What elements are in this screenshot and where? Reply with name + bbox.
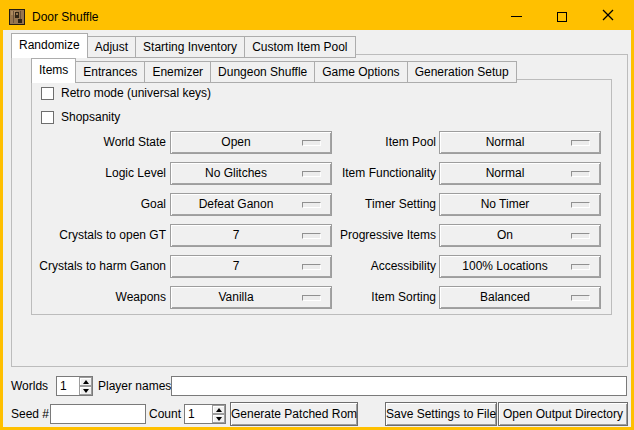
count-spin-buttons [212,405,225,423]
timer-setting-label: Timer Setting [273,197,436,211]
retro-mode-label: Retro mode (universal keys) [61,86,211,100]
retro-mode-checkbox[interactable] [41,87,54,100]
tab-generation-setup[interactable]: Generation Setup [407,61,517,83]
worlds-spinbox [56,376,93,396]
window-controls [493,3,631,30]
option-row: Logic Level No Glitches Item Functionali… [3,162,631,185]
logic-level-label: Logic Level [11,166,166,180]
dropdown-indicator-icon [571,264,590,270]
client-area: Randomize Adjust Starting Inventory Cust… [3,30,631,427]
shopsanity-row: Shopsanity [41,110,120,124]
item-functionality-dropdown[interactable]: Normal [439,162,601,185]
dropdown-indicator-icon [571,171,590,177]
option-row: World State Open Item Pool Normal [3,131,631,154]
item-sorting-value: Balanced [440,290,570,304]
item-pool-label: Item Pool [273,135,436,149]
progressive-items-dropdown[interactable]: On [439,224,601,247]
crystals-ganon-label: Crystals to harm Ganon [11,259,166,273]
accessibility-label: Accessibility [273,259,436,273]
save-settings-button[interactable]: Save Settings to File [385,402,497,426]
item-pool-value: Normal [440,135,570,149]
option-row: Crystals to harm Ganon 7 Accessibility 1… [3,255,631,278]
worlds-label: Worlds [11,379,48,393]
worlds-spin-buttons [79,377,92,395]
door-icon [9,9,25,25]
tab-items[interactable]: Items [31,58,76,83]
worlds-spin-up[interactable] [79,377,92,386]
arrow-up-icon [83,380,89,384]
world-state-label: World State [11,135,166,149]
tab-dungeon-shuffle[interactable]: Dungeon Shuffle [210,61,315,83]
dropdown-indicator-icon [571,295,590,301]
generate-patched-rom-button[interactable]: Generate Patched Rom [230,402,358,426]
goal-label: Goal [11,197,166,211]
option-row: Goal Defeat Ganon Timer Setting No Timer [3,193,631,216]
tab-randomize[interactable]: Randomize [11,33,88,58]
count-spin-up[interactable] [212,405,225,414]
item-pool-dropdown[interactable]: Normal [439,131,601,154]
player-names-input[interactable] [171,376,627,396]
timer-setting-value: No Timer [440,197,570,211]
tab-adjust[interactable]: Adjust [87,36,136,58]
tab-starting-inventory[interactable]: Starting Inventory [135,36,245,58]
dropdown-indicator-icon [571,140,590,146]
crystals-gt-label: Crystals to open GT [11,228,166,242]
worlds-input[interactable] [57,377,79,395]
weapons-label: Weapons [11,290,166,304]
shopsanity-label: Shopsanity [61,110,120,124]
inner-tab-strip: Items Entrances Enemizer Dungeon Shuffle… [31,58,516,83]
close-button[interactable] [585,3,631,30]
option-row: Weapons Vanilla Item Sorting Balanced [3,286,631,309]
seed-label: Seed # [11,407,49,421]
titlebar: Door Shuffle [3,3,631,30]
item-sorting-dropdown[interactable]: Balanced [439,286,601,309]
count-spinbox [184,404,226,424]
window-title: Door Shuffle [32,10,99,24]
tab-custom-item-pool[interactable]: Custom Item Pool [244,36,355,58]
timer-setting-dropdown[interactable]: No Timer [439,193,601,216]
accessibility-dropdown[interactable]: 100% Locations [439,255,601,278]
count-input[interactable] [185,405,212,423]
item-functionality-value: Normal [440,166,570,180]
open-output-directory-button[interactable]: Open Output Directory [498,402,628,426]
tab-game-options[interactable]: Game Options [314,61,407,83]
arrow-up-icon [216,408,222,412]
outer-tab-strip: Randomize Adjust Starting Inventory Cust… [11,33,355,58]
arrow-down-icon [83,389,89,393]
maximize-icon [557,12,567,22]
count-spin-down[interactable] [212,414,225,423]
player-names-label: Player names [98,379,171,393]
item-sorting-label: Item Sorting [273,290,436,304]
worlds-spin-down[interactable] [79,386,92,395]
shopsanity-checkbox[interactable] [41,111,54,124]
dropdown-indicator-icon [571,233,590,239]
dropdown-indicator-icon [571,202,590,208]
tab-enemizer[interactable]: Enemizer [144,61,211,83]
accessibility-value: 100% Locations [440,259,570,273]
retro-mode-row: Retro mode (universal keys) [41,86,211,100]
maximize-button[interactable] [539,3,585,30]
item-functionality-label: Item Functionality [273,166,436,180]
minimize-button[interactable] [493,3,539,30]
progressive-items-value: On [440,228,570,242]
tab-entrances[interactable]: Entrances [75,61,145,83]
arrow-down-icon [216,417,222,421]
option-row: Crystals to open GT 7 Progressive Items … [3,224,631,247]
app-window: Door Shuffle Randomize Adjust [0,0,634,430]
count-label: Count [149,407,181,421]
close-icon [602,9,614,24]
progressive-items-label: Progressive Items [273,228,436,242]
minimize-icon [511,16,522,17]
seed-input[interactable] [50,404,146,424]
